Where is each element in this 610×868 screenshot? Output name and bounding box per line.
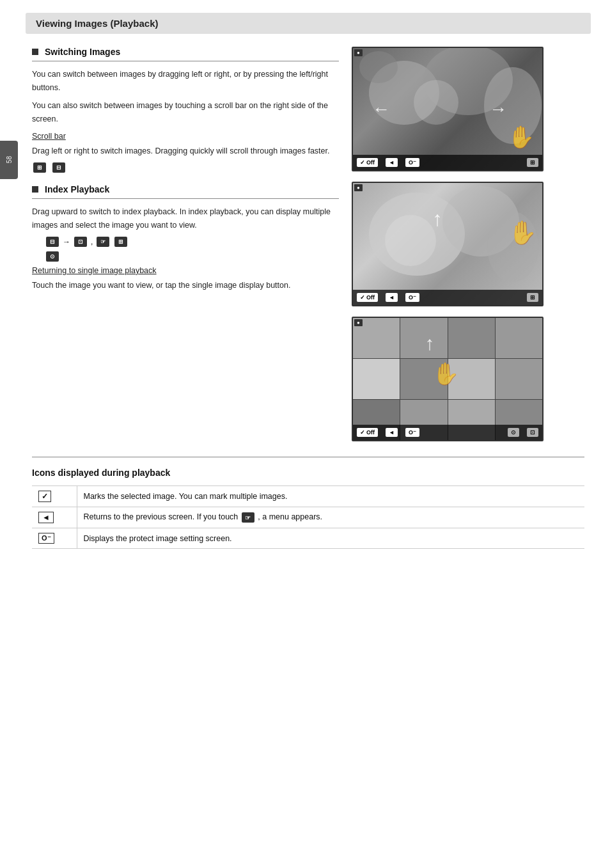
screen2-btn-grid: ⊞ (527, 293, 538, 302)
right-column: ← → ✋ ● ✓ Off ◄ O⁻ (352, 47, 550, 441)
screen2-btn1-label: Off (366, 294, 375, 301)
screen2-key-icon: O⁻ (409, 294, 416, 301)
table-cell-check-icon: ✓ (32, 486, 77, 507)
screen2-back-icon: ◄ (389, 294, 395, 301)
camera-screen-3: ↑ ✋ ● ✓ Off ◄ O⁻ (352, 317, 544, 441)
section1-underline1: Scroll bar (32, 132, 66, 141)
screen3-arrow-up: ↑ (425, 333, 434, 354)
screen1-check-icon: ✓ (360, 159, 365, 166)
section1-body1: You can switch between images by draggin… (32, 68, 339, 94)
page-wrapper: 58 Viewing Images (Playback) Switching I… (0, 0, 610, 868)
svg-point-3 (359, 51, 398, 83)
camera-screen-2: ↑ ✋ ● ✓ Off ◄ O⁻ (352, 182, 544, 306)
table-cell-back-icon: ◄ (32, 507, 77, 528)
page-header: Viewing Images (Playback) (26, 13, 591, 34)
screen3-top-label: ● (354, 319, 363, 326)
screen2-arrow-up: ↑ (432, 207, 442, 231)
check-box-icon: ✓ (38, 491, 51, 502)
screen3-btn-back: ◄ (386, 428, 398, 437)
arrow-left-icon: ◄ (38, 512, 54, 523)
icon-index-thumb: ⊟ (46, 237, 59, 247)
screen3-btn-grid: ⊡ (527, 428, 538, 437)
header-title: Viewing Images (Playback) (36, 18, 158, 29)
protect-key-icon: O⁻ (38, 533, 54, 544)
section2-divider (32, 198, 339, 199)
icon-finger-select: ☞ (97, 237, 109, 247)
icon-circle-select: ⊙ (46, 251, 59, 262)
screen1-hand-gesture: ✋ (508, 124, 535, 150)
section1-title: Switching Images (32, 47, 339, 57)
screen1-back-icon: ◄ (389, 159, 395, 166)
side-tab: 58 (0, 141, 18, 179)
arrow-symbol: → (63, 237, 70, 246)
grid-cell-2 (400, 318, 447, 358)
screen1-bottom-bar: ✓ Off ◄ O⁻ ⊞ (353, 155, 542, 170)
screen3-btn-key: O⁻ (405, 428, 419, 437)
screen3-btn-circle: ⊙ (508, 428, 519, 437)
finger-icon-inline: ☞ (242, 512, 254, 523)
section1-divider (32, 61, 339, 61)
screen3-grid-icon: ⊡ (530, 429, 535, 436)
section2-title: Index Playback (32, 184, 339, 194)
bullet-icon-2 (32, 186, 38, 193)
screen2-btn-back: ◄ (386, 293, 398, 302)
table-cell-protect-icon: O⁻ (32, 528, 77, 549)
screen3-key-icon: O⁻ (409, 429, 416, 436)
screen3-circle-icon: ⊙ (511, 429, 516, 436)
svg-point-8 (385, 215, 436, 266)
table-row-protect: O⁻ Displays the protect image setting sc… (32, 528, 584, 549)
section1-body3: Drag left or right to switch images. Dra… (32, 145, 339, 158)
bullet-icon (32, 49, 38, 55)
screen1-btn1-label: Off (366, 159, 375, 166)
icon-index-select: ⊡ (74, 237, 87, 247)
back-description-prefix: Returns to the previous screen. If you t… (84, 512, 240, 521)
screen1-bg (353, 48, 542, 170)
screen2-hand-gesture: ✋ (508, 219, 537, 246)
screen1-btn-grid: ⊞ (527, 158, 538, 167)
icon-reference-table: ✓ Marks the selected image. You can mark… (32, 485, 584, 549)
grid-cell-4 (496, 318, 542, 358)
section1-icons: ⊞ ⊟ (32, 162, 339, 173)
bottom-section-title: Icons displayed during playback (32, 468, 584, 478)
screen1-btn-check: ✓ Off (357, 158, 378, 167)
bottom-section: Icons displayed during playback ✓ Marks … (32, 457, 584, 549)
screen1-top-label: ● (354, 49, 363, 56)
section-index-playback: Index Playback Drag upward to switch to … (32, 184, 339, 292)
screen2-btn-key: O⁻ (405, 293, 419, 302)
section2-body2: Touch the image you want to view, or tap… (32, 279, 339, 292)
screen1-key-icon: O⁻ (409, 159, 416, 166)
icon-grid-full: ⊞ (33, 162, 46, 173)
main-content: Switching Images You can switch between … (0, 47, 610, 441)
screen3-check-icon: ✓ (360, 429, 365, 436)
comma-text: , (91, 237, 93, 246)
section2-body1: Drag upward to switch to index playback.… (32, 205, 339, 232)
screen3-btn-check: ✓ Off (357, 428, 378, 437)
grid-cell-5 (353, 359, 400, 399)
screen1-grid-icon: ⊞ (530, 159, 535, 166)
table-row-check: ✓ Marks the selected image. You can mark… (32, 486, 584, 507)
icon-grid-minus: ⊟ (52, 162, 65, 173)
section2-icon-circle: ⊙ (45, 251, 339, 262)
left-column: Switching Images You can switch between … (32, 47, 339, 441)
back-description-suffix: , a menu appears. (258, 512, 322, 521)
screen2-bottom-bar: ✓ Off ◄ O⁻ ⊞ (353, 290, 542, 305)
screen3-bottom-bar: ✓ Off ◄ O⁻ ⊙ ⊡ (353, 425, 542, 440)
table-cell-protect-desc: Displays the protect image setting scree… (77, 528, 584, 549)
screen2-btn-check: ✓ Off (357, 293, 378, 302)
grid-cell-8 (496, 359, 542, 399)
screen2-top-label: ● (354, 184, 363, 191)
section1-body2: You can also switch between images by to… (32, 99, 339, 125)
camera-screen-1: ← → ✋ ● ✓ Off ◄ O⁻ (352, 47, 544, 171)
grid-cell-3 (448, 318, 495, 358)
screen3-btn1-label: Off (366, 429, 375, 436)
section1-title-text: Switching Images (45, 47, 120, 57)
table-cell-back-desc: Returns to the previous screen. If you t… (77, 507, 584, 528)
side-tab-label: 58 (6, 156, 13, 163)
section2-underline2: Returning to single image playback (32, 266, 157, 275)
table-cell-check-desc: Marks the selected image. You can mark m… (77, 486, 584, 507)
screen1-btn-back: ◄ (386, 158, 398, 167)
svg-point-4 (414, 80, 458, 125)
check-description: Marks the selected image. You can mark m… (84, 492, 288, 501)
section2-icons-row: ⊟ → ⊡ , ☞ ⊞ (45, 237, 339, 247)
screen2-grid-icon: ⊞ (530, 294, 535, 301)
